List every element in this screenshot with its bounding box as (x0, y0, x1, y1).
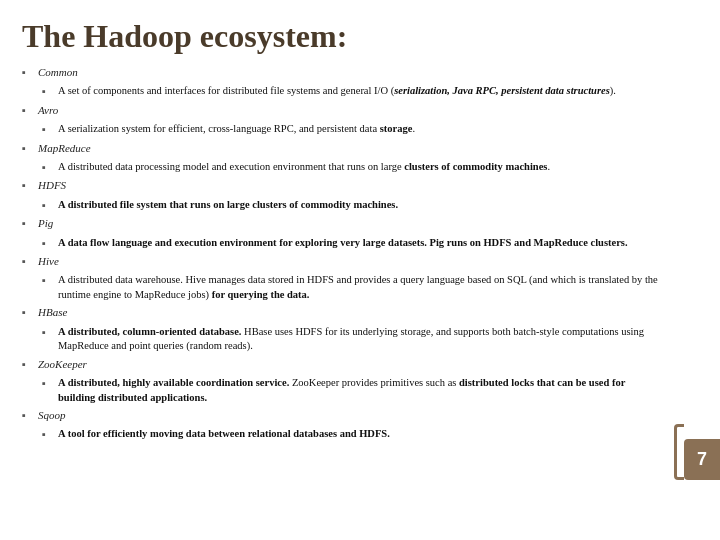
slide-number: 7 (697, 449, 707, 470)
list-item: ▪ A distributed file system that runs on… (42, 198, 660, 213)
bullet-dot: ▪ (22, 216, 34, 231)
bullet-dot: ▪ (22, 254, 34, 269)
bullet-dot: ▪ (42, 122, 54, 137)
bullet-dot: ▪ (42, 160, 54, 175)
main-container: The Hadoop ecosystem: ▪ Common ▪ A set o… (0, 0, 720, 540)
bullet-dot: ▪ (22, 141, 34, 156)
slide-number-tab: 7 (684, 439, 720, 480)
bullet-dot: ▪ (22, 408, 34, 423)
item-desc: A data flow language and execution envir… (58, 236, 628, 250)
bullet-dot: ▪ (42, 273, 54, 288)
item-desc: A distributed file system that runs on l… (58, 198, 398, 212)
list-item: ▪ A set of components and interfaces for… (42, 84, 660, 99)
item-desc: A distributed data warehouse. Hive manag… (58, 273, 660, 302)
list-item: ▪ Sqoop (22, 408, 660, 423)
item-label: Common (38, 65, 78, 80)
list-item: ▪ Avro (22, 103, 660, 118)
list-item: ▪ A distributed, column-oriented databas… (42, 325, 660, 354)
item-desc: A tool for efficiently moving data betwe… (58, 427, 390, 441)
item-label: ZooKeeper (38, 357, 87, 372)
item-label: Sqoop (38, 408, 66, 423)
list-item: ▪ A distributed data processing model an… (42, 160, 660, 175)
list-item: ▪ HDFS (22, 178, 660, 193)
list-item: ▪ A data flow language and execution env… (42, 236, 660, 251)
item-desc: A set of components and interfaces for d… (58, 84, 616, 98)
item-label: HDFS (38, 178, 66, 193)
item-desc: A distributed, column-oriented database.… (58, 325, 660, 354)
page-title: The Hadoop ecosystem: (22, 18, 660, 55)
item-label: HBase (38, 305, 67, 320)
bullet-dot: ▪ (22, 178, 34, 193)
bullet-dot: ▪ (42, 84, 54, 99)
item-desc: A serialization system for efficient, cr… (58, 122, 415, 136)
item-desc: A distributed, highly available coordina… (58, 376, 660, 405)
list-item: ▪ A serialization system for efficient, … (42, 122, 660, 137)
item-label: MapReduce (38, 141, 91, 156)
bullet-dot: ▪ (42, 236, 54, 251)
list-item: ▪ MapReduce (22, 141, 660, 156)
item-label: Hive (38, 254, 59, 269)
bullet-dot: ▪ (42, 427, 54, 442)
list-item: ▪ A distributed, highly available coordi… (42, 376, 660, 405)
list-item: ▪ Hive (22, 254, 660, 269)
side-bracket-decoration (674, 424, 684, 480)
content-area: ▪ Common ▪ A set of components and inter… (22, 65, 660, 443)
bullet-dot: ▪ (22, 357, 34, 372)
list-item: ▪ A distributed data warehouse. Hive man… (42, 273, 660, 302)
list-item: ▪ HBase (22, 305, 660, 320)
bullet-dot: ▪ (42, 376, 54, 391)
bullet-dot: ▪ (22, 103, 34, 118)
list-item: ▪ A tool for efficiently moving data bet… (42, 427, 660, 442)
bullet-dot: ▪ (42, 325, 54, 340)
list-item: ▪ Pig (22, 216, 660, 231)
bullet-dot: ▪ (22, 65, 34, 80)
list-item: ▪ ZooKeeper (22, 357, 660, 372)
item-label: Avro (38, 103, 58, 118)
item-label: Pig (38, 216, 53, 231)
item-desc: A distributed data processing model and … (58, 160, 550, 174)
bullet-dot: ▪ (22, 305, 34, 320)
list-item: ▪ Common (22, 65, 660, 80)
bullet-dot: ▪ (42, 198, 54, 213)
